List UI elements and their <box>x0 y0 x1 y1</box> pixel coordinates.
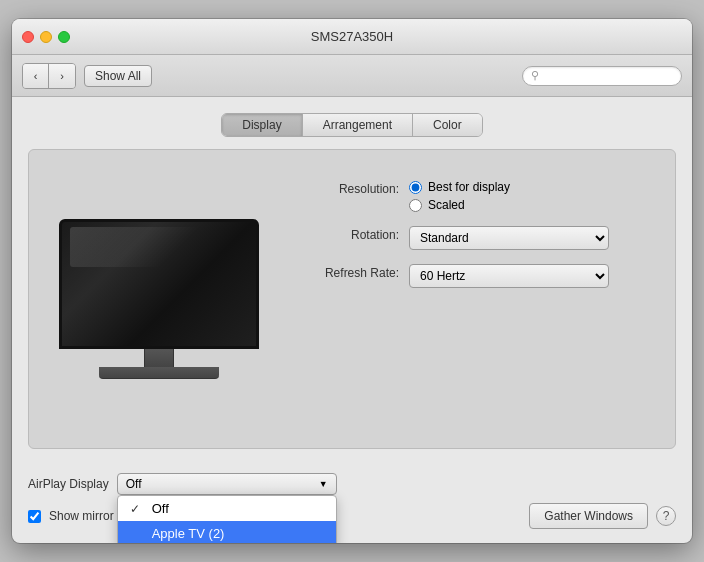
airplay-appletv2-label: Apple TV (2) <box>152 526 225 541</box>
gather-windows-button[interactable]: Gather Windows <box>529 503 648 529</box>
bottom-section: AirPlay Display Off ▼ Off Apple TV (2) <box>12 465 692 543</box>
tab-group: Display Arrangement Color <box>221 113 482 137</box>
minimize-button[interactable] <box>40 31 52 43</box>
search-icon: ⚲ <box>531 69 539 82</box>
airplay-off-label: Off <box>152 501 169 516</box>
search-input[interactable] <box>543 69 673 83</box>
airplay-dropdown-container: Off ▼ Off Apple TV (2) <box>117 473 337 495</box>
airplay-option-appletv2[interactable]: Apple TV (2) <box>118 521 336 543</box>
airplay-option-off[interactable]: Off <box>118 496 336 521</box>
settings-area: Resolution: Best for display Scaled <box>299 170 655 428</box>
resolution-options: Best for display Scaled <box>409 180 510 212</box>
rotation-label: Rotation: <box>299 226 409 242</box>
resolution-best-label: Best for display <box>428 180 510 194</box>
mirror-label: Show mirror <box>49 509 114 523</box>
resolution-row: Resolution: Best for display Scaled <box>299 180 655 212</box>
airplay-current-value: Off <box>126 477 142 491</box>
airplay-section: AirPlay Display Off ▼ Off Apple TV (2) <box>28 473 676 495</box>
nav-buttons: ‹ › <box>22 63 76 89</box>
mirror-checkbox[interactable] <box>28 510 41 523</box>
resolution-best-row: Best for display <box>409 180 510 194</box>
resolution-scaled-radio[interactable] <box>409 199 422 212</box>
refresh-rate-select[interactable]: 60 Hertz 30 Hertz <box>409 264 609 288</box>
maximize-button[interactable] <box>58 31 70 43</box>
tab-arrangement[interactable]: Arrangement <box>303 114 413 136</box>
refresh-rate-row: Refresh Rate: 60 Hertz 30 Hertz <box>299 264 655 288</box>
airplay-dropdown-popup: Off Apple TV (2) <box>117 495 337 543</box>
resolution-best-radio[interactable] <box>409 181 422 194</box>
monitor-screen <box>59 219 259 349</box>
title-bar: SMS27A350H <box>12 19 692 55</box>
airplay-dropdown-trigger[interactable]: Off ▼ <box>117 473 337 495</box>
search-box: ⚲ <box>522 66 682 86</box>
resolution-scaled-label: Scaled <box>428 198 465 212</box>
traffic-lights <box>22 31 70 43</box>
window-title: SMS27A350H <box>311 29 393 44</box>
airplay-dropdown-arrow: ▼ <box>319 479 328 489</box>
resolution-scaled-row: Scaled <box>409 198 510 212</box>
close-button[interactable] <box>22 31 34 43</box>
forward-button[interactable]: › <box>49 64 75 88</box>
resolution-label: Resolution: <box>299 180 409 196</box>
tab-color[interactable]: Color <box>413 114 482 136</box>
monitor-stand-neck <box>144 349 174 367</box>
rotation-select[interactable]: Standard 90° 180° 270° <box>409 226 609 250</box>
tabs-row: Display Arrangement Color <box>28 113 676 137</box>
back-button[interactable]: ‹ <box>23 64 49 88</box>
refresh-rate-label: Refresh Rate: <box>299 264 409 280</box>
show-all-button[interactable]: Show All <box>84 65 152 87</box>
monitor-area <box>49 170 269 428</box>
tab-display[interactable]: Display <box>222 114 302 136</box>
content-area: Display Arrangement Color Resolution: <box>12 97 692 465</box>
help-button[interactable]: ? <box>656 506 676 526</box>
monitor-graphic <box>59 219 259 379</box>
rotation-row: Rotation: Standard 90° 180° 270° <box>299 226 655 250</box>
monitor-stand-base <box>99 367 219 379</box>
right-controls: Gather Windows ? <box>529 503 676 529</box>
main-window: SMS27A350H ‹ › Show All ⚲ Display Arrang… <box>12 19 692 543</box>
toolbar: ‹ › Show All ⚲ <box>12 55 692 97</box>
main-panel: Resolution: Best for display Scaled <box>28 149 676 449</box>
airplay-label: AirPlay Display <box>28 477 109 491</box>
